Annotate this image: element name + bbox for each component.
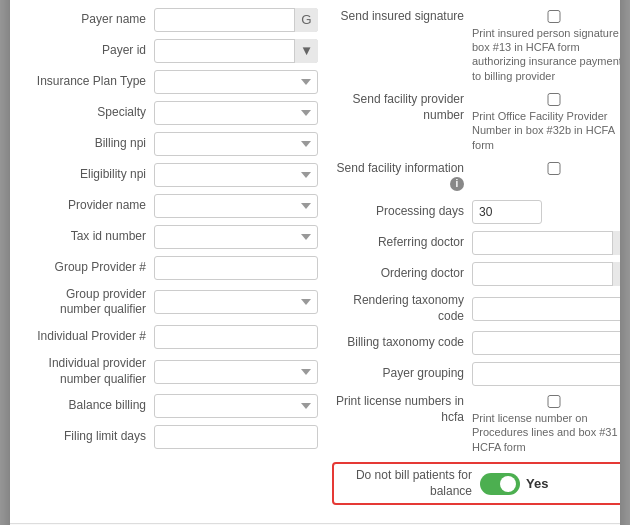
print-license-label: Print license numbers in hcfa xyxy=(332,393,472,425)
ordering-doctor-row: Ordering doctor ▼ xyxy=(332,262,620,286)
send-facility-info-row: Send facility information i xyxy=(332,160,620,192)
send-facility-provider-checkbox[interactable] xyxy=(472,93,620,106)
do-not-bill-content: Do not bill patients for balance Yes xyxy=(340,468,620,499)
send-insured-signature-content: Print insured person signature in box #1… xyxy=(472,8,620,83)
processing-days-label: Processing days xyxy=(332,204,472,220)
rendering-taxonomy-row: Rendering taxonomy code xyxy=(332,293,620,324)
send-facility-info-checkbox[interactable] xyxy=(472,162,620,175)
filing-limit-row: Filing limit days xyxy=(24,425,318,449)
rendering-taxonomy-input[interactable] xyxy=(472,297,620,321)
provider-name-label: Provider name xyxy=(24,198,154,214)
ordering-doctor-btn[interactable]: ▼ xyxy=(612,262,620,286)
referring-doctor-input[interactable] xyxy=(472,231,620,255)
print-license-row: Print license numbers in hcfa Print lice… xyxy=(332,393,620,454)
group-provider-qualifier-select[interactable] xyxy=(154,290,318,314)
eligibility-npi-row: Eligibility npi xyxy=(24,163,318,187)
individual-provider-qualifier-select[interactable] xyxy=(154,360,318,384)
send-facility-provider-row: Send facility provider number Print Offi… xyxy=(332,91,620,152)
payer-name-field-wrapper: G xyxy=(154,8,318,32)
ordering-doctor-wrapper: ▼ xyxy=(472,262,620,286)
do-not-bill-toggle-wrapper: Yes xyxy=(480,473,548,495)
billing-taxonomy-input[interactable] xyxy=(472,331,620,355)
individual-provider-qualifier-row: Individual provider number qualifier xyxy=(24,356,318,387)
do-not-bill-row: Do not bill patients for balance Yes xyxy=(332,462,620,505)
add-edit-payer-modal: Add/Edit Payer × Payer name G Payer id xyxy=(10,0,620,525)
tax-id-select[interactable] xyxy=(154,225,318,249)
tax-id-row: Tax id number xyxy=(24,225,318,249)
send-facility-provider-content: Print Office Facility Provider Number in… xyxy=(472,91,620,152)
modal-body: Payer name G Payer id ▼ Insurance Plan T… xyxy=(10,0,620,523)
ordering-doctor-label: Ordering doctor xyxy=(332,266,472,282)
right-column: Send insured signature Print insured per… xyxy=(332,8,620,510)
group-provider-qualifier-row: Group provider number qualifier xyxy=(24,287,318,318)
toggle-slider xyxy=(480,473,520,495)
payer-grouping-input[interactable] xyxy=(472,362,620,386)
eligibility-npi-label: Eligibility npi xyxy=(24,167,154,183)
send-insured-signature-row: Send insured signature Print insured per… xyxy=(332,8,620,83)
specialty-row: Specialty xyxy=(24,101,318,125)
left-column: Payer name G Payer id ▼ Insurance Plan T… xyxy=(24,8,318,510)
payer-id-dropdown-btn[interactable]: ▼ xyxy=(294,39,318,63)
specialty-select[interactable] xyxy=(154,101,318,125)
provider-name-row: Provider name xyxy=(24,194,318,218)
billing-npi-row: Billing npi xyxy=(24,132,318,156)
referring-doctor-row: Referring doctor ▼ xyxy=(332,231,620,255)
referring-doctor-btn[interactable]: ▼ xyxy=(612,231,620,255)
print-license-content: Print license number on Procedures lines… xyxy=(472,393,620,454)
send-insured-signature-checkbox[interactable] xyxy=(472,10,620,23)
group-provider-label: Group Provider # xyxy=(24,260,154,276)
billing-npi-label: Billing npi xyxy=(24,136,154,152)
billing-taxonomy-row: Billing taxonomy code xyxy=(332,331,620,355)
specialty-label: Specialty xyxy=(24,105,154,121)
send-facility-info-label: Send facility information i xyxy=(332,160,472,192)
payer-name-btn[interactable]: G xyxy=(294,8,318,32)
ordering-doctor-input[interactable] xyxy=(472,262,620,286)
insurance-plan-type-label: Insurance Plan Type xyxy=(24,74,154,90)
eligibility-npi-select[interactable] xyxy=(154,163,318,187)
print-license-desc: Print license number on Procedures lines… xyxy=(472,411,620,454)
billing-taxonomy-label: Billing taxonomy code xyxy=(332,335,472,351)
info-icon[interactable]: i xyxy=(450,177,464,191)
group-provider-qualifier-label: Group provider number qualifier xyxy=(24,287,154,318)
billing-npi-select[interactable] xyxy=(154,132,318,156)
payer-id-label: Payer id xyxy=(24,43,154,59)
payer-id-field-wrapper: ▼ xyxy=(154,39,318,63)
referring-doctor-wrapper: ▼ xyxy=(472,231,620,255)
individual-provider-qualifier-label: Individual provider number qualifier xyxy=(24,356,154,387)
payer-name-label: Payer name xyxy=(24,12,154,28)
individual-provider-label: Individual Provider # xyxy=(24,329,154,345)
individual-provider-input[interactable] xyxy=(154,325,318,349)
do-not-bill-toggle[interactable] xyxy=(480,473,520,495)
tax-id-label: Tax id number xyxy=(24,229,154,245)
send-facility-provider-label: Send facility provider number xyxy=(332,91,472,123)
filing-limit-input[interactable] xyxy=(154,425,318,449)
payer-id-row: Payer id ▼ xyxy=(24,39,318,63)
payer-name-row: Payer name G xyxy=(24,8,318,32)
send-facility-provider-desc: Print Office Facility Provider Number in… xyxy=(472,109,620,152)
payer-grouping-row: Payer grouping xyxy=(332,362,620,386)
balance-billing-label: Balance billing xyxy=(24,398,154,414)
send-insured-signature-label: Send insured signature xyxy=(332,8,472,25)
balance-billing-row: Balance billing xyxy=(24,394,318,418)
processing-days-input[interactable] xyxy=(472,200,542,224)
individual-provider-row: Individual Provider # xyxy=(24,325,318,349)
provider-name-select[interactable] xyxy=(154,194,318,218)
send-insured-signature-desc: Print insured person signature in box #1… xyxy=(472,26,620,83)
processing-days-row: Processing days xyxy=(332,200,620,224)
print-license-checkbox[interactable] xyxy=(472,395,620,408)
send-facility-info-content xyxy=(472,160,620,178)
rendering-taxonomy-label: Rendering taxonomy code xyxy=(332,293,472,324)
filing-limit-label: Filing limit days xyxy=(24,429,154,445)
balance-billing-select[interactable] xyxy=(154,394,318,418)
insurance-plan-type-row: Insurance Plan Type xyxy=(24,70,318,94)
insurance-plan-type-select[interactable] xyxy=(154,70,318,94)
group-provider-input[interactable] xyxy=(154,256,318,280)
do-not-bill-label: Do not bill patients for balance xyxy=(340,468,480,499)
do-not-bill-yes-label: Yes xyxy=(526,476,548,491)
group-provider-row: Group Provider # xyxy=(24,256,318,280)
referring-doctor-label: Referring doctor xyxy=(332,235,472,251)
payer-grouping-label: Payer grouping xyxy=(332,366,472,382)
